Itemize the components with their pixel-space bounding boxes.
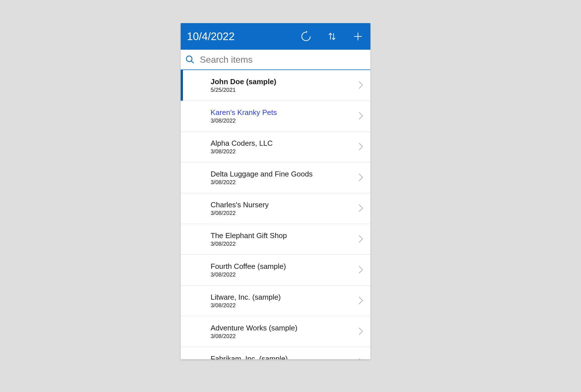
- list-item-title: Litware, Inc. (sample): [211, 293, 359, 302]
- list-item-text: Charles's Nursery3/08/2022: [211, 201, 359, 216]
- app-frame: 10/4/2022: [181, 23, 370, 359]
- list-item-title: Fourth Coffee (sample): [211, 262, 359, 271]
- list-item[interactable]: Adventure Works (sample)3/08/2022: [181, 316, 370, 347]
- list-item-date: 3/08/2022: [211, 333, 359, 339]
- refresh-button[interactable]: [300, 30, 312, 43]
- list-item-text: Adventure Works (sample)3/08/2022: [211, 324, 359, 339]
- list-item[interactable]: Charles's Nursery3/08/2022: [181, 193, 370, 224]
- list-item-date: 3/08/2022: [211, 210, 359, 216]
- sort-icon: [327, 31, 337, 42]
- list-item-title: Fabrikam, Inc. (sample): [211, 354, 359, 359]
- list-item[interactable]: John Doe (sample)5/25/2021: [181, 70, 370, 101]
- list-item-text: Alpha Coders, LLC3/08/2022: [211, 139, 359, 155]
- list-item-title: Charles's Nursery: [211, 201, 359, 209]
- add-button[interactable]: [352, 30, 364, 43]
- chevron-right-icon: [359, 81, 364, 90]
- list-item-text: Fourth Coffee (sample)3/08/2022: [211, 262, 359, 278]
- list-item-text: John Doe (sample)5/25/2021: [211, 77, 359, 93]
- list-item-title: The Elephant Gift Shop: [211, 231, 359, 240]
- chevron-right-icon: [359, 204, 364, 213]
- list-item[interactable]: Litware, Inc. (sample)3/08/2022: [181, 286, 370, 316]
- list-item-title[interactable]: Karen's Kranky Pets: [211, 108, 359, 117]
- list-item[interactable]: The Elephant Gift Shop3/08/2022: [181, 224, 370, 255]
- list-item-text: The Elephant Gift Shop3/08/2022: [211, 231, 359, 247]
- list-item-date: 3/08/2022: [211, 179, 359, 186]
- list-item-text: Fabrikam, Inc. (sample)3/08/2022: [211, 354, 359, 359]
- list-item-date: 3/08/2022: [211, 148, 359, 155]
- chevron-right-icon: [359, 358, 364, 359]
- list-item[interactable]: Alpha Coders, LLC3/08/2022: [181, 132, 370, 162]
- chevron-right-icon: [359, 112, 364, 120]
- svg-line-5: [191, 61, 194, 63]
- list-item[interactable]: Fourth Coffee (sample)3/08/2022: [181, 255, 370, 286]
- list-item-date: 3/08/2022: [211, 117, 359, 124]
- chevron-right-icon: [359, 173, 364, 182]
- chevron-right-icon: [359, 327, 364, 336]
- search-input[interactable]: [199, 54, 366, 65]
- list-item-text: Delta Luggage and Fine Goods3/08/2022: [211, 170, 359, 186]
- chevron-right-icon: [359, 143, 364, 151]
- list-item-date: 5/25/2021: [211, 87, 359, 93]
- plus-icon: [353, 31, 363, 42]
- list-item-title: Alpha Coders, LLC: [211, 139, 359, 148]
- list-item[interactable]: Fabrikam, Inc. (sample)3/08/2022: [181, 347, 370, 359]
- svg-point-4: [186, 56, 192, 62]
- list-item-date: 3/08/2022: [211, 241, 359, 247]
- chevron-right-icon: [359, 266, 364, 274]
- chevron-right-icon: [359, 235, 364, 243]
- list-item-date: 3/08/2022: [211, 302, 359, 309]
- search-bar[interactable]: [181, 50, 370, 70]
- list-item-text: Litware, Inc. (sample)3/08/2022: [211, 293, 359, 309]
- sort-button[interactable]: [326, 30, 338, 43]
- search-icon: [185, 55, 195, 64]
- list-item-title: Adventure Works (sample): [211, 324, 359, 332]
- list-item-text: Karen's Kranky Pets3/08/2022: [211, 108, 359, 124]
- list-item-title: Delta Luggage and Fine Goods: [211, 170, 359, 178]
- refresh-icon: [300, 31, 312, 42]
- list-item[interactable]: Karen's Kranky Pets3/08/2022: [181, 101, 370, 132]
- header-title: 10/4/2022: [187, 31, 300, 43]
- list-item[interactable]: Delta Luggage and Fine Goods3/08/2022: [181, 162, 370, 193]
- list-item-title: John Doe (sample): [211, 77, 359, 86]
- header: 10/4/2022: [181, 23, 370, 50]
- item-list[interactable]: John Doe (sample)5/25/2021Karen's Kranky…: [181, 70, 370, 359]
- chevron-right-icon: [359, 297, 364, 305]
- list-item-date: 3/08/2022: [211, 271, 359, 278]
- header-actions: [300, 30, 364, 43]
